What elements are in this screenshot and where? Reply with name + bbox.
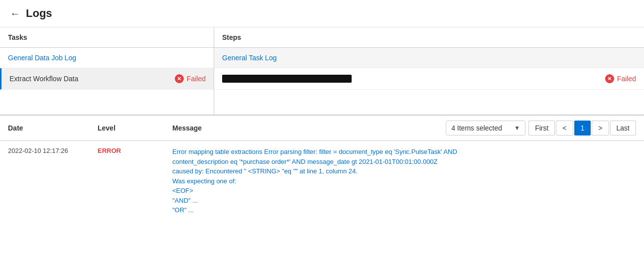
step-item-redacted-label bbox=[222, 75, 352, 83]
log-message-line-3: caused by: Encountered " <STRING> "eq ""… bbox=[172, 166, 636, 176]
page-title: Logs bbox=[26, 7, 52, 20]
log-message-line-7: "OR" ... bbox=[172, 205, 636, 215]
task-item-label: Extract Workflow Data bbox=[9, 75, 78, 83]
step-item-label: General Task Log bbox=[222, 54, 276, 62]
task-item-general-data[interactable]: General Data Job Log bbox=[0, 48, 214, 68]
task-item-label: General Data Job Log bbox=[8, 54, 76, 62]
step-item-redacted[interactable]: ✕ Failed bbox=[214, 68, 644, 90]
task-failed-label: Failed bbox=[187, 75, 206, 83]
chevron-right-icon: > bbox=[598, 124, 602, 132]
task-item-extract-workflow[interactable]: Extract Workflow Data ✕ Failed bbox=[0, 68, 214, 90]
step-status: ✕ Failed bbox=[605, 74, 636, 83]
log-row-level: ERROR bbox=[98, 147, 172, 154]
items-select-dropdown[interactable]: 4 Items selected ▼ bbox=[446, 121, 525, 135]
chevron-down-icon: ▼ bbox=[514, 125, 520, 132]
tasks-column-header: Tasks bbox=[0, 27, 214, 48]
log-row: 2022-02-10 12:17:26 ERROR Error mapping … bbox=[0, 141, 644, 221]
step-failed-label: Failed bbox=[617, 75, 636, 83]
current-page-button[interactable]: 1 bbox=[574, 121, 591, 135]
last-page-button[interactable]: Last bbox=[610, 121, 636, 135]
log-message-line-4: Was expecting one of: bbox=[172, 176, 636, 186]
log-row-date: 2022-02-10 12:17:26 bbox=[8, 147, 98, 154]
items-selected-label: 4 Items selected bbox=[451, 124, 502, 132]
log-panel: Date Level Message 4 Items selected ▼ Fi… bbox=[0, 115, 644, 221]
first-page-button[interactable]: First bbox=[528, 121, 555, 135]
log-message-line-5: <EOF> bbox=[172, 186, 636, 196]
next-page-button[interactable]: > bbox=[592, 121, 609, 135]
steps-column: Steps General Task Log ✕ Failed bbox=[214, 27, 644, 115]
log-header-controls: 4 Items selected ▼ First < 1 > Last bbox=[446, 121, 636, 135]
log-col-message-header: Message bbox=[172, 124, 446, 132]
failed-icon: ✕ bbox=[175, 74, 184, 83]
top-panel: Tasks General Data Job Log Extract Workf… bbox=[0, 27, 644, 115]
steps-column-header: Steps bbox=[214, 27, 644, 48]
back-button[interactable]: ← bbox=[10, 8, 20, 19]
log-row-message: Error mapping table extractions Error pa… bbox=[172, 147, 636, 215]
task-status: ✕ Failed bbox=[175, 74, 206, 83]
chevron-left-icon: < bbox=[562, 124, 566, 132]
pagination-controls: First < 1 > Last bbox=[528, 121, 636, 135]
log-col-level-header: Level bbox=[98, 124, 172, 132]
log-col-date-header: Date bbox=[8, 124, 98, 132]
log-message-line-1: Error mapping table extractions Error pa… bbox=[172, 147, 636, 157]
log-header: Date Level Message 4 Items selected ▼ Fi… bbox=[0, 116, 644, 141]
tasks-column: Tasks General Data Job Log Extract Workf… bbox=[0, 27, 214, 115]
log-message-line-6: "AND" ... bbox=[172, 196, 636, 206]
step-item-general-task[interactable]: General Task Log bbox=[214, 48, 644, 68]
prev-page-button[interactable]: < bbox=[556, 121, 573, 135]
log-message-line-2: content_description eq '*purchase order*… bbox=[172, 157, 636, 167]
step-failed-icon: ✕ bbox=[605, 74, 614, 83]
